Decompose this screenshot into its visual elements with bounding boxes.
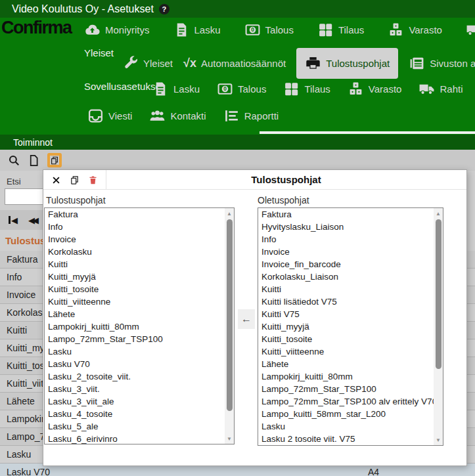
section-label-sovellusasetukset: Sovellusasetukset: [84, 81, 164, 92]
list-item[interactable]: Lampokirj_kuitti_80mm: [258, 370, 443, 383]
list-item[interactable]: Invoice: [258, 246, 443, 258]
nav-item-lasku[interactable]: Lasku: [173, 22, 221, 38]
move-left-button[interactable]: ←: [238, 309, 255, 329]
copy-icon[interactable]: [68, 174, 80, 186]
scroll-down-icon[interactable]: ▼: [434, 435, 443, 444]
list-item[interactable]: Lasku_3_viit.: [45, 383, 234, 395]
list-item[interactable]: Kuitti: [45, 258, 234, 270]
search-icon[interactable]: [7, 153, 21, 167]
scroll-down-icon[interactable]: ▼: [225, 434, 234, 443]
list-item[interactable]: Korkolasku: [45, 246, 234, 258]
list-item[interactable]: Invoice: [45, 233, 234, 246]
inbox-icon: [87, 108, 104, 124]
nav-item-label: Tilaus: [338, 24, 364, 35]
nav-item-viesti[interactable]: Viesti: [87, 108, 132, 124]
scroll-up-icon[interactable]: ▲: [434, 209, 443, 218]
nav-item-kontakti[interactable]: Kontakti: [149, 108, 206, 124]
copy-icon-highlighted[interactable]: [47, 153, 62, 167]
svg-text:0: 0: [223, 85, 227, 92]
nav-item-tulostuspohjat-active[interactable]: Tulostuspohjat: [296, 48, 398, 79]
list-item[interactable]: Lasku 2 tosoite viit. V75: [258, 433, 443, 445]
truck-icon: [466, 22, 475, 38]
search-label: Etsi: [7, 177, 21, 186]
nav-row-settings: Yleiset √x Automaatiosäännöt Tulostuspoh…: [122, 48, 475, 79]
nav-item-varasto[interactable]: Varasto: [388, 22, 442, 38]
left-scrollbar[interactable]: ▲ ▼: [225, 208, 234, 444]
list-item[interactable]: Kuitti_tosoite: [45, 283, 234, 295]
list-item[interactable]: Lähete: [258, 358, 443, 370]
list-item[interactable]: Lähete: [45, 308, 234, 320]
list-item[interactable]: Kuitti_viitteenne: [258, 345, 443, 358]
list-item[interactable]: Lampo_kuitti_58mm_star_L200: [258, 408, 443, 420]
row-name: Lasku V70: [0, 467, 50, 476]
app-window: Video Koulutus Oy - Asetukset ? Confirma…: [0, 0, 475, 476]
close-icon[interactable]: [50, 174, 62, 186]
list-item[interactable]: Lampo_72mm_Star_TSP100: [45, 333, 234, 345]
list-item[interactable]: Invoice_fin_barcode: [258, 258, 443, 270]
nav-item-talous-2[interactable]: 0 Talous: [217, 81, 266, 97]
nav-item-moniyritys[interactable]: Moniyritys: [84, 22, 150, 38]
list-item[interactable]: Kuitti_myyjä: [258, 320, 443, 333]
new-document-icon[interactable]: [26, 153, 41, 167]
right-scrollbar[interactable]: ▲ ▼: [434, 208, 443, 445]
window-title: Video Koulutus Oy - Asetukset: [12, 3, 154, 15]
nav-item-rahti-2[interactable]: Rahti: [418, 81, 463, 97]
header-gap-strip: [260, 131, 475, 134]
list-item[interactable]: Info: [258, 233, 443, 246]
list-item[interactable]: Lasku_5_ale: [45, 420, 234, 433]
tulostuspohjat-listbox: FakturaInfoInvoiceKorkolaskuKuittiKuitti…: [44, 207, 235, 444]
nav-item-talous[interactable]: 0 Talous: [244, 22, 294, 38]
users-icon: [149, 108, 166, 124]
list-item[interactable]: Lasku_6_eirivinro: [45, 433, 234, 444]
tulostuspohjat-dialog: Tulostuspohjat Tulostuspohjat Oletuspohj…: [43, 169, 467, 466]
list-item[interactable]: Kuitti_viitteenne: [45, 295, 234, 308]
nav-row-apps: Lasku 0 Talous Tilaus Varasto Rahti Pro: [152, 81, 475, 97]
nav-item-label: Raportti: [244, 110, 279, 121]
list-item[interactable]: Kuitti_tosoite: [258, 333, 443, 345]
list-item[interactable]: Kuitti lisätiedot V75: [258, 295, 443, 308]
nav-item-yleiset[interactable]: Yleiset: [122, 55, 173, 72]
list-item[interactable]: Lasku_2_tosoite_viit.: [45, 370, 234, 383]
nav-item-raportti[interactable]: Raportti: [223, 108, 279, 124]
nav-item-label: Varasto: [369, 83, 402, 95]
list-item[interactable]: Lampokirj_kuitti_80mm: [45, 320, 234, 333]
scrollbar-thumb[interactable]: [227, 219, 233, 411]
list-item[interactable]: Lasku_3_viit_ale: [45, 395, 234, 408]
list-item[interactable]: Lasku: [258, 420, 443, 433]
nav-item-varasto-2[interactable]: Varasto: [348, 81, 402, 97]
right-list-label: Oletuspohjat: [258, 195, 309, 206]
list-item[interactable]: Faktura: [45, 208, 234, 221]
list-item[interactable]: Lasku_4_tosoite: [45, 408, 234, 420]
right-list-items: FakturaHyvityslasku_LiaisonInfoInvoiceIn…: [258, 208, 443, 445]
delete-icon[interactable]: [87, 174, 99, 186]
report-icon: [223, 108, 240, 124]
nav-item-rahti[interactable]: Rahti: [466, 22, 475, 38]
list-item[interactable]: Faktura: [258, 208, 443, 221]
list-item[interactable]: Kuitti V75: [258, 308, 443, 320]
list-item[interactable]: Kuitti_myyjä: [45, 270, 234, 283]
list-item[interactable]: Lampo_72mm_Star_TSP100: [258, 383, 443, 395]
nav-item-tilaus[interactable]: Tilaus: [317, 22, 364, 38]
scrollbar-thumb[interactable]: [436, 219, 441, 369]
list-item[interactable]: Korkolasku_Liaison: [258, 270, 443, 283]
scroll-up-icon[interactable]: ▲: [225, 209, 234, 218]
nav-item-sivuston-asetukset[interactable]: Sivuston asetukset: [409, 55, 475, 72]
list-item[interactable]: Kuitti: [258, 283, 443, 295]
list-item[interactable]: Info: [45, 221, 234, 233]
list-item[interactable]: Lampo_72mm_Star_TSP100 alv erittely V70: [258, 395, 443, 408]
main-navigation: Confirma Moniyritys Lasku 0 Talous Tilau…: [0, 18, 475, 135]
banknote-icon: 0: [244, 22, 261, 38]
list-item[interactable]: Lasku: [45, 345, 234, 358]
actions-toolbar: [0, 150, 475, 171]
first-page-icon[interactable]: ◀: [9, 215, 18, 225]
nav-item-tilaus-2[interactable]: Tilaus: [283, 81, 330, 97]
grid-icon: [283, 81, 300, 97]
left-list-items: FakturaInfoInvoiceKorkolaskuKuittiKuitti…: [45, 208, 234, 444]
help-circle-icon[interactable]: ?: [159, 4, 170, 14]
document-icon: [173, 22, 190, 38]
nav-item-automaatiosaannot[interactable]: √x Automaatiosäännöt: [183, 56, 286, 70]
list-item[interactable]: Hyvityslasku_Liaison: [258, 221, 443, 233]
nav-item-lasku-2[interactable]: Lasku: [152, 81, 200, 97]
list-item[interactable]: Lasku V70: [45, 358, 234, 370]
prev-page-icon[interactable]: ◀◀: [28, 215, 36, 225]
